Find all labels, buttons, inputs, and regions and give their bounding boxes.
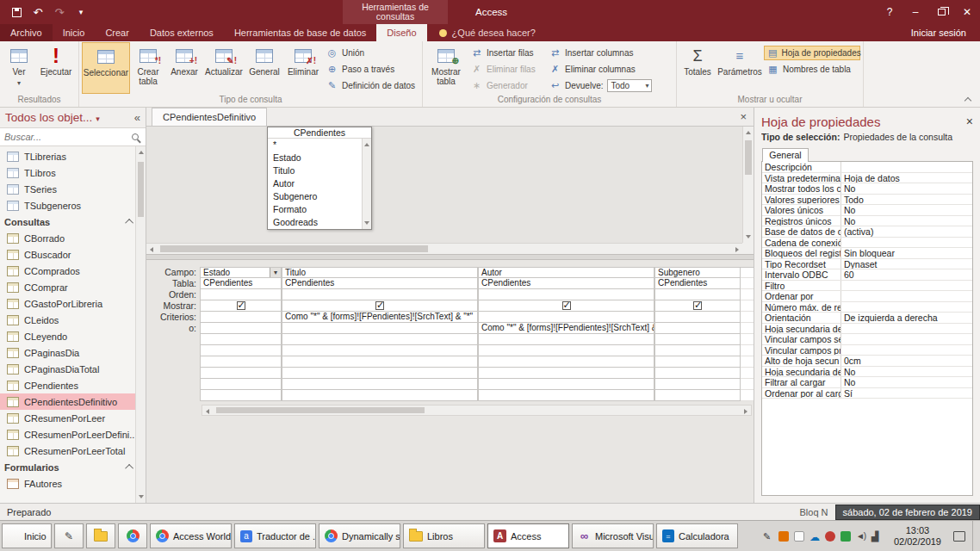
- definicion-de-datos-button[interactable]: ✎ Definición de datos: [323, 78, 419, 93]
- nav-item[interactable]: FAutores: [0, 475, 146, 492]
- collapse-group-icon[interactable]: [125, 464, 133, 473]
- eliminar-button[interactable]: ✗! Eliminar: [284, 42, 322, 94]
- mostrar-checkbox[interactable]: [562, 301, 571, 310]
- collapse-group-icon[interactable]: [125, 219, 133, 227]
- property-value[interactable]: [841, 324, 972, 334]
- nav-item[interactable]: TLibros: [0, 164, 146, 181]
- save-icon[interactable]: [10, 6, 22, 18]
- criterios-cell[interactable]: Como "*" & [forms]![FPendientes]![SrchTe…: [282, 312, 478, 323]
- customize-qat-icon[interactable]: [75, 6, 87, 18]
- ribbon-tab[interactable]: Diseño: [376, 24, 426, 41]
- empty-cell[interactable]: [479, 390, 654, 401]
- nav-scrollbar[interactable]: [135, 146, 146, 503]
- campo-cell[interactable]: Estado: [201, 267, 282, 278]
- nombres-de-tabla-button[interactable]: ▦ Nombres de tabla: [764, 62, 860, 77]
- criterios-cell[interactable]: [201, 312, 282, 323]
- nav-item[interactable]: CPaginasDia: [0, 344, 146, 361]
- sign-in-link[interactable]: Iniciar sesión: [897, 24, 980, 41]
- o-cell[interactable]: [655, 323, 741, 334]
- search-input[interactable]: [0, 132, 132, 142]
- mostrar-cell[interactable]: [655, 300, 741, 312]
- totales-button[interactable]: Σ Totales: [679, 42, 716, 94]
- campo-cell[interactable]: Titulo: [282, 267, 478, 278]
- nav-item[interactable]: CLeyendo: [0, 328, 146, 344]
- nav-item[interactable]: CResumenPorLeer: [0, 410, 146, 426]
- close-button[interactable]: ✕: [954, 0, 980, 24]
- mostrar-cell[interactable]: [201, 300, 282, 312]
- empty-cell[interactable]: [655, 356, 741, 368]
- taskbar-button[interactable]: Microsoft Visu...: [572, 523, 654, 548]
- field-list-item[interactable]: Subgenero: [268, 190, 362, 203]
- nav-item[interactable]: CPaginasDiaTotal: [0, 361, 146, 377]
- empty-cell[interactable]: [655, 379, 741, 390]
- document-tab[interactable]: CPendientesDefinitivo: [152, 108, 267, 126]
- property-value[interactable]: No: [841, 377, 972, 387]
- nav-pane-header[interactable]: Todos los objet... «: [0, 108, 146, 128]
- empty-cell[interactable]: [282, 356, 478, 368]
- close-document-icon[interactable]: ×: [740, 110, 747, 123]
- crear-tabla-button[interactable]: *! Crear tabla: [131, 42, 165, 94]
- nav-item[interactable]: CBuscador: [0, 246, 146, 263]
- empty-cell[interactable]: [655, 368, 741, 379]
- tabla-cell[interactable]: CPendientes: [655, 278, 741, 289]
- empty-cell[interactable]: [201, 379, 282, 390]
- property-value[interactable]: 0cm: [841, 356, 972, 366]
- nav-item[interactable]: TLibrerias: [0, 148, 146, 164]
- property-value[interactable]: No: [841, 216, 972, 226]
- field-list-item[interactable]: Formato: [268, 203, 362, 216]
- taskbar-button[interactable]: Access: [487, 523, 569, 548]
- nav-item[interactable]: CLeidos: [0, 312, 146, 328]
- nav-item[interactable]: CComprar: [0, 279, 146, 295]
- ejecutar-button[interactable]: ! Ejecutar: [36, 42, 76, 94]
- property-value[interactable]: [841, 334, 972, 344]
- mostrar-cell[interactable]: [282, 300, 478, 312]
- network-tray-icon[interactable]: [871, 531, 882, 542]
- property-value[interactable]: [841, 238, 972, 248]
- empty-cell[interactable]: [282, 379, 478, 390]
- property-value[interactable]: Hoja de datos: [841, 173, 972, 183]
- devuelve-combobox[interactable]: Todo: [607, 79, 652, 92]
- empty-cell[interactable]: [655, 390, 741, 401]
- mostrar-checkbox[interactable]: [375, 301, 384, 310]
- nav-item[interactable]: CGastoPorLibreria: [0, 295, 146, 312]
- taskbar-button[interactable]: [118, 523, 147, 548]
- nav-item[interactable]: Consultas: [0, 214, 146, 230]
- onedrive-tray-icon[interactable]: [809, 531, 820, 542]
- hoja-de-propiedades-button[interactable]: ▤ Hoja de propiedades: [764, 46, 860, 60]
- empty-cell[interactable]: [655, 345, 741, 356]
- empty-cell[interactable]: [282, 334, 478, 345]
- taskbar-button[interactable]: Dynamically s...: [319, 523, 400, 548]
- field-list-item[interactable]: Goodreads: [268, 216, 362, 229]
- pen-tray-icon[interactable]: [763, 531, 773, 542]
- general-button[interactable]: General: [245, 42, 283, 94]
- union-button[interactable]: ◎ Unión: [323, 46, 419, 60]
- actualizar-button[interactable]: ✎! Actualizar: [203, 42, 245, 94]
- orden-cell[interactable]: [655, 289, 741, 300]
- insertar-filas-button[interactable]: ⇄ Insertar filas: [468, 46, 545, 60]
- ribbon-tab[interactable]: Herramientas de base de datos: [224, 24, 376, 41]
- ribbon-tab[interactable]: Inicio: [53, 24, 96, 41]
- orden-cell[interactable]: [479, 289, 654, 300]
- help-button[interactable]: ?: [877, 0, 902, 24]
- restore-button[interactable]: [928, 0, 954, 24]
- campo-cell[interactable]: Autor: [479, 267, 654, 278]
- field-list-item[interactable]: Titulo: [268, 164, 362, 177]
- tabla-cell[interactable]: CPendientes: [479, 278, 654, 289]
- paso-a-traves-button[interactable]: ⊕ Paso a través: [323, 62, 419, 77]
- orange-app-tray-icon[interactable]: [778, 531, 789, 542]
- property-value[interactable]: [841, 281, 972, 291]
- orden-cell[interactable]: [282, 289, 478, 300]
- empty-cell[interactable]: [479, 356, 654, 368]
- parametros-button[interactable]: ≡ Parámetros: [716, 42, 763, 94]
- nav-item[interactable]: TSubgeneros: [0, 197, 146, 214]
- o-cell[interactable]: [201, 323, 282, 334]
- tell-me-box[interactable]: ¿Qué desea hacer?: [427, 24, 548, 41]
- taskbar-button[interactable]: [54, 523, 84, 548]
- anexar-button[interactable]: +! Anexar: [166, 42, 202, 94]
- empty-cell[interactable]: [479, 379, 654, 390]
- empty-cell[interactable]: [201, 390, 282, 401]
- taskbar-clock[interactable]: 13:03 02/02/2019: [887, 525, 948, 548]
- minimize-button[interactable]: –: [902, 0, 928, 24]
- empty-cell[interactable]: [282, 390, 478, 401]
- nav-item[interactable]: CComprados: [0, 263, 146, 279]
